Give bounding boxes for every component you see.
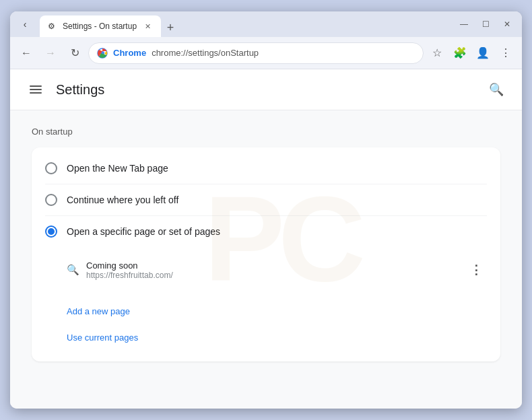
tab-close-button[interactable]: ✕: [142, 21, 153, 32]
page-name: Coming soon: [86, 260, 459, 271]
option-specific-pages-row[interactable]: Open a specific page or set of pages: [32, 216, 500, 247]
option-continue-label: Continue where you left off: [67, 195, 178, 205]
chrome-brand-label: Chrome: [113, 48, 146, 58]
maximize-button[interactable]: ☐: [476, 15, 495, 34]
option-specific-pages-label: Open a specific page or set of pages: [67, 226, 220, 237]
page-entry: 🔍 Coming soon https://freshfruittab.com/…: [67, 252, 487, 287]
option-new-tab-row[interactable]: Open the New Tab page: [32, 153, 500, 184]
navigation-bar: ← → ↻ Chrome chrome://settings/onStartup…: [10, 37, 522, 69]
forward-button[interactable]: →: [40, 42, 61, 64]
options-card: Open the New Tab page Continue where you…: [32, 147, 500, 361]
pages-sub-section: 🔍 Coming soon https://freshfruittab.com/…: [32, 247, 500, 298]
settings-header: Settings 🔍: [10, 69, 522, 110]
title-bar: ‹ ⚙ Settings - On startup ✕ + — ☐ ✕: [10, 11, 522, 37]
address-url-text: chrome://settings/onStartup: [152, 48, 259, 58]
action-links: Add a new page Use current pages: [32, 298, 500, 356]
browser-menu-button[interactable]: ⋮: [495, 42, 517, 64]
radio-specific-pages[interactable]: [45, 225, 57, 238]
page-info: Coming soon https://freshfruittab.com/: [86, 260, 459, 280]
close-button[interactable]: ✕: [498, 15, 517, 34]
main-content: PC Settings 🔍 On startup Open the New Ta…: [10, 69, 522, 409]
tab-scroll-left-button[interactable]: ‹: [15, 15, 34, 34]
chrome-icon: [97, 48, 108, 59]
address-bar[interactable]: Chrome chrome://settings/onStartup: [88, 42, 424, 64]
extensions-button[interactable]: 🧩: [449, 42, 471, 64]
minimize-button[interactable]: —: [455, 15, 473, 34]
page-url: https://freshfruittab.com/: [86, 271, 459, 280]
settings-body: On startup Open the New Tab page Continu…: [10, 110, 522, 378]
page-more-options-button[interactable]: ⋮: [465, 259, 487, 281]
hamburger-line: [30, 92, 42, 94]
radio-continue[interactable]: [45, 194, 57, 206]
hamburger-menu-button[interactable]: [24, 77, 48, 102]
page-search-icon: 🔍: [67, 264, 79, 276]
tab-bar: ⚙ Settings - On startup ✕ +: [40, 11, 452, 37]
radio-new-tab[interactable]: [45, 162, 57, 174]
add-new-page-link[interactable]: Add a new page: [67, 301, 487, 322]
bookmark-button[interactable]: ☆: [426, 42, 448, 64]
option-new-tab-label: Open the New Tab page: [67, 163, 168, 174]
settings-title: Settings: [56, 82, 484, 98]
window-controls: — ☐ ✕: [455, 15, 517, 34]
tab-title: Settings - On startup: [63, 22, 137, 31]
tab-favicon-icon: ⚙: [48, 22, 57, 31]
back-button[interactable]: ←: [15, 42, 37, 64]
hamburger-line: [30, 85, 42, 87]
section-label: On startup: [32, 127, 500, 137]
active-tab[interactable]: ⚙ Settings - On startup ✕: [40, 15, 161, 37]
radio-selected-indicator: [48, 228, 55, 235]
use-current-pages-link[interactable]: Use current pages: [67, 327, 487, 348]
hamburger-line: [30, 89, 42, 90]
nav-actions: ☆ 🧩 👤 ⋮: [426, 42, 517, 64]
profile-button[interactable]: 👤: [472, 42, 494, 64]
option-continue-row[interactable]: Continue where you left off: [32, 184, 500, 215]
settings-search-button[interactable]: 🔍: [484, 77, 508, 102]
new-tab-button[interactable]: +: [161, 18, 180, 37]
refresh-button[interactable]: ↻: [64, 42, 86, 64]
browser-window: ‹ ⚙ Settings - On startup ✕ + — ☐ ✕ ← → …: [10, 11, 522, 409]
